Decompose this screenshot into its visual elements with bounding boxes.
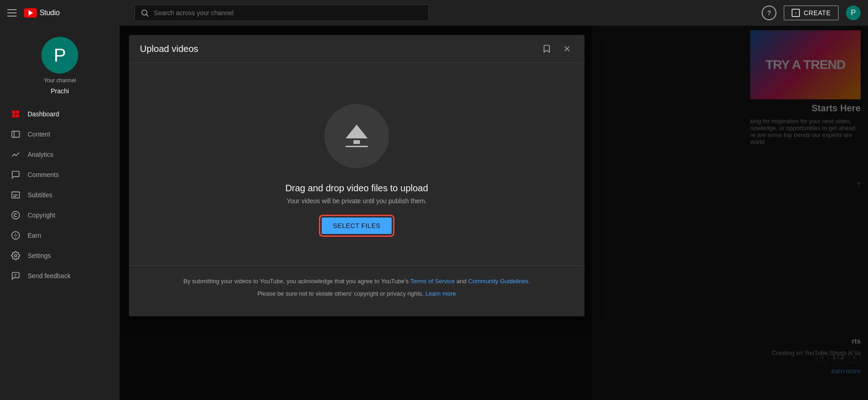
search-icon <box>140 8 149 17</box>
search-bar[interactable] <box>134 5 429 21</box>
sidebar-label-settings: Settings <box>28 252 51 259</box>
select-files-button[interactable]: SELECT FILES <box>322 217 391 234</box>
feedback-icon <box>11 271 20 280</box>
nav-left: Studio <box>7 7 127 18</box>
settings-icon <box>11 251 20 260</box>
sidebar-label-copyright: Copyright <box>28 211 55 219</box>
community-guidelines-link[interactable]: Community Guidelines <box>468 278 528 285</box>
create-upload-icon: ↑ <box>792 9 800 17</box>
analytics-icon <box>11 150 20 159</box>
modal-body: Drag and drop video files to upload Your… <box>129 63 584 265</box>
earn-icon <box>11 231 20 240</box>
upload-arrow-icon <box>346 125 368 147</box>
sidebar-item-earn[interactable]: Earn <box>0 225 120 246</box>
sidebar-label-subtitles: Subtitles <box>28 191 52 199</box>
sidebar-item-subtitles[interactable]: Subtitles <box>0 185 120 205</box>
search-input[interactable] <box>154 9 423 17</box>
svg-point-0 <box>142 10 147 15</box>
sidebar-label-dashboard: Dashboard <box>28 110 59 118</box>
modal-header: Upload videos <box>129 35 584 63</box>
drag-drop-subtitle: Your videos will be private until you pu… <box>287 197 427 205</box>
avatar[interactable]: P <box>846 6 861 20</box>
nav-right: ? ↑ CREATE P <box>762 6 861 20</box>
modal-title: Upload videos <box>140 44 198 54</box>
studio-label: Studio <box>40 9 60 17</box>
learn-more-link[interactable]: Learn more <box>425 290 456 297</box>
svg-point-12 <box>15 255 17 257</box>
sidebar-item-analytics[interactable]: Analytics <box>0 144 120 165</box>
svg-rect-5 <box>16 114 19 118</box>
svg-rect-3 <box>16 111 19 114</box>
main-layout: P Your channel Prachi Dashboard Content … <box>0 26 868 400</box>
channel-name: Prachi <box>51 87 69 95</box>
arrow-base <box>346 146 368 147</box>
help-button[interactable]: ? <box>762 6 776 20</box>
arrow-up <box>346 125 368 138</box>
sidebar-label-content: Content <box>28 131 50 138</box>
menu-icon[interactable] <box>7 7 18 18</box>
sidebar-label-feedback: Send feedback <box>28 272 70 280</box>
sidebar-item-send-feedback[interactable]: Send feedback <box>0 266 120 286</box>
copyright-icon <box>11 211 20 220</box>
channel-info: P Your channel Prachi <box>0 29 120 104</box>
upload-circle <box>324 104 389 168</box>
content-icon <box>11 130 20 139</box>
modal-overlay: Upload videos <box>120 26 868 400</box>
svg-rect-4 <box>12 114 16 118</box>
sidebar-item-settings[interactable]: Settings <box>0 246 120 266</box>
dashboard-icon <box>11 109 20 119</box>
sidebar-item-comments[interactable]: Comments <box>0 165 120 185</box>
modal-footer: By submitting your videos to YouTube, yo… <box>129 265 584 316</box>
sidebar-item-dashboard[interactable]: Dashboard <box>0 104 120 124</box>
subtitles-icon <box>11 190 20 200</box>
comments-icon <box>11 170 20 179</box>
arrow-body <box>353 140 360 144</box>
sidebar-item-content[interactable]: Content <box>0 124 120 144</box>
bookmark-icon[interactable] <box>540 42 553 55</box>
sidebar-label-analytics: Analytics <box>28 151 53 158</box>
sidebar-item-copyright[interactable]: Copyright <box>0 205 120 225</box>
youtube-logo <box>24 8 37 17</box>
close-icon[interactable] <box>561 42 573 55</box>
modal-header-icons <box>540 42 573 55</box>
svg-rect-6 <box>12 131 20 137</box>
sidebar-label-earn: Earn <box>28 232 41 239</box>
create-label: CREATE <box>804 9 831 17</box>
terms-of-service-link[interactable]: Terms of Service <box>410 278 455 285</box>
sidebar: P Your channel Prachi Dashboard Content … <box>0 26 120 400</box>
sidebar-label-comments: Comments <box>28 171 59 178</box>
create-button[interactable]: ↑ CREATE <box>784 6 839 20</box>
footer-text-1: By submitting your videos to YouTube, yo… <box>147 277 566 286</box>
svg-rect-2 <box>12 111 16 114</box>
svg-point-11 <box>12 211 20 219</box>
content-area: TRY A TREND Starts Here king for inspira… <box>120 26 868 400</box>
drag-drop-title: Drag and drop video files to upload <box>285 183 428 194</box>
logo-area: Studio <box>24 8 60 17</box>
svg-line-1 <box>146 15 148 17</box>
footer-text-2: Please be sure not to violate others’ co… <box>147 289 566 299</box>
top-navigation: Studio ? ↑ CREATE P <box>0 0 868 26</box>
upload-modal: Upload videos <box>129 35 584 316</box>
channel-avatar: P <box>41 37 78 74</box>
channel-label: Your channel <box>44 77 76 84</box>
